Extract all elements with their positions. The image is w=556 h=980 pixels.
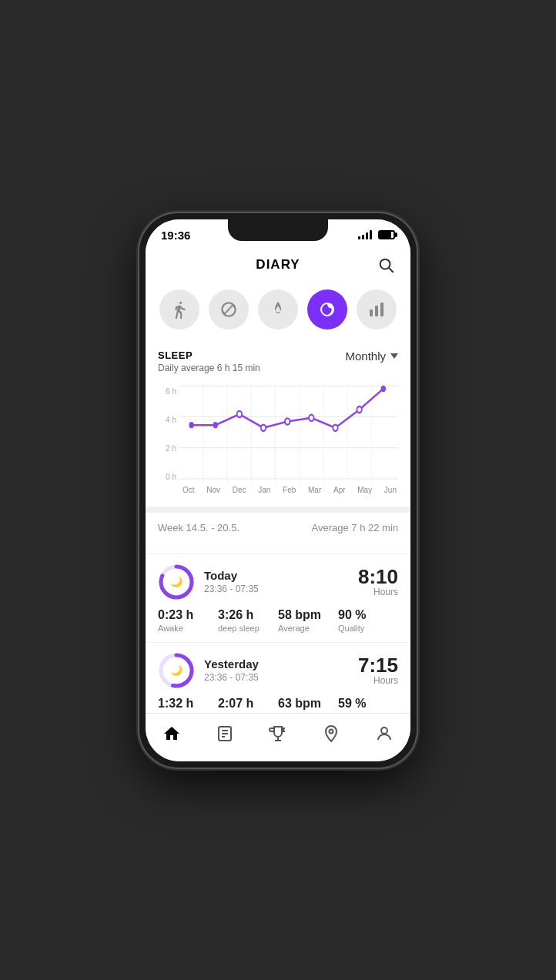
- sleep-chart: [179, 384, 398, 484]
- period-dropdown[interactable]: Monthly: [345, 350, 398, 363]
- location-icon: [322, 724, 340, 743]
- nav-location[interactable]: [313, 721, 350, 746]
- stat-deep-value-yesterday: 2:07 h: [218, 697, 278, 711]
- sleep-section: SLEEP Daily average 6 h 15 min Monthly 6…: [146, 339, 410, 507]
- sleep-title-area: SLEEP Daily average 6 h 15 min: [158, 350, 260, 373]
- status-bar: 19:36: [146, 219, 410, 246]
- svg-rect-5: [375, 306, 378, 316]
- entry-hours-label-today: Hours: [358, 587, 398, 597]
- stat-quality-value-yesterday: 59 %: [338, 697, 398, 711]
- status-time: 19:36: [161, 229, 190, 242]
- chart-y-label-4h: 4 h: [158, 416, 176, 424]
- trophy-icon: [269, 724, 287, 743]
- category-running[interactable]: [159, 289, 199, 329]
- phone-screen: 19:36 DIARY: [146, 219, 410, 761]
- week-header: Week 14.5. - 20.5. Average 7 h 22 min: [158, 522, 398, 533]
- chart-y-label-6h: 6 h: [158, 387, 176, 396]
- section-divider: [146, 507, 410, 513]
- sleep-entry-yesterday[interactable]: 🌙 Yesterday 23:36 - 07:35 7:15 Hours: [146, 642, 410, 713]
- chart-x-apr: Apr: [333, 486, 346, 494]
- stat-quality-yesterday: 59 % Quality: [338, 697, 398, 713]
- sleep-title: SLEEP: [158, 350, 260, 361]
- stat-bpm-yesterday: 63 bpm Average: [278, 697, 338, 713]
- svg-point-3: [331, 303, 333, 305]
- svg-point-2: [329, 305, 331, 307]
- diary-icon: [216, 724, 234, 743]
- svg-point-41: [329, 729, 333, 733]
- category-fire[interactable]: [258, 289, 298, 329]
- svg-line-1: [389, 268, 393, 272]
- entry-icon-area-today: 🌙 Today 23:36 - 07:35: [158, 564, 259, 600]
- stat-quality-value-today: 90 %: [338, 608, 398, 622]
- week-range: Week 14.5. - 20.5.: [158, 522, 239, 533]
- entry-name-yesterday: Yesterday 23:36 - 07:35: [204, 657, 259, 683]
- entry-time-today: 23:36 - 07:35: [204, 584, 259, 594]
- profile-icon: [375, 724, 394, 743]
- sleep-header: SLEEP Daily average 6 h 15 min Monthly: [158, 350, 398, 373]
- app-header: DIARY: [146, 246, 410, 283]
- chart-container: 6 h 4 h 2 h 0 h: [158, 381, 398, 500]
- svg-rect-4: [370, 309, 373, 316]
- stat-deep-today: 3:26 h deep sleep: [218, 608, 278, 633]
- svg-point-26: [357, 406, 361, 412]
- entry-hours-value-today: 8:10: [358, 567, 398, 587]
- chart-x-nov: Nov: [206, 486, 220, 494]
- stat-deep-value-today: 3:26 h: [218, 608, 278, 622]
- sleep-entry-today[interactable]: 🌙 Today 23:36 - 07:35 8:10 Hours: [146, 554, 410, 642]
- entry-top-yesterday: 🌙 Yesterday 23:36 - 07:35 7:15 Hours: [158, 652, 398, 689]
- chart-x-oct: Oct: [183, 486, 195, 494]
- week-header-section: Week 14.5. - 20.5. Average 7 h 22 min: [146, 513, 410, 554]
- category-sleep[interactable]: [307, 289, 347, 329]
- search-button[interactable]: [373, 253, 398, 277]
- home-icon: [162, 724, 181, 743]
- nav-achievements[interactable]: [260, 721, 296, 746]
- stat-deep-yesterday: 2:07 h deep sleep: [218, 697, 278, 713]
- entry-hours-today: 8:10 Hours: [358, 567, 398, 597]
- chart-x-jun: Jun: [384, 486, 397, 494]
- nav-profile[interactable]: [366, 721, 403, 746]
- stat-awake-today: 0:23 h Awake: [158, 608, 218, 633]
- stat-awake-value-yesterday: 1:32 h: [158, 697, 218, 711]
- stat-bpm-value-today: 58 bpm: [278, 608, 338, 622]
- entry-stats-yesterday: 1:32 h Awake 2:07 h deep sleep 63 bpm Av…: [158, 697, 398, 713]
- svg-point-19: [189, 422, 193, 428]
- entry-name-today: Today 23:36 - 07:35: [204, 569, 259, 594]
- category-cycling[interactable]: [209, 289, 249, 329]
- scroll-content[interactable]: SLEEP Daily average 6 h 15 min Monthly 6…: [146, 339, 410, 713]
- svg-point-21: [237, 410, 242, 416]
- stat-quality-label-today: Quality: [338, 624, 398, 633]
- entry-day-today: Today: [204, 569, 259, 582]
- entry-day-yesterday: Yesterday: [204, 657, 259, 671]
- stat-awake-value-today: 0:23 h: [158, 608, 218, 622]
- period-label: Monthly: [345, 350, 386, 363]
- svg-text:🌙: 🌙: [170, 664, 183, 677]
- svg-text:🌙: 🌙: [170, 575, 183, 588]
- chart-y-label-0h: 0 h: [158, 473, 176, 481]
- chart-x-feb: Feb: [283, 486, 296, 494]
- sleep-avg: Daily average 6 h 15 min: [158, 363, 260, 373]
- today-sleep-ring: 🌙: [158, 564, 195, 600]
- stat-bpm-label-today: Average: [278, 624, 338, 633]
- svg-point-22: [261, 424, 266, 430]
- entry-hours-value-yesterday: 7:15: [358, 655, 398, 675]
- chart-x-may: May: [357, 486, 372, 494]
- entry-hours-label-yesterday: Hours: [358, 675, 398, 686]
- entry-top-today: 🌙 Today 23:36 - 07:35 8:10 Hours: [158, 564, 398, 600]
- category-stats[interactable]: [357, 289, 397, 329]
- page-title: DIARY: [183, 257, 373, 273]
- stat-bpm-value-yesterday: 63 bpm: [278, 697, 338, 711]
- chart-x-mar: Mar: [308, 486, 321, 494]
- chart-x-labels: Oct Nov Dec Jan Feb Mar Apr May Jun: [158, 486, 398, 494]
- nav-home[interactable]: [153, 721, 190, 746]
- stat-bpm-today: 58 bpm Average: [278, 608, 338, 633]
- bottom-nav: [146, 713, 410, 761]
- stat-deep-label-today: deep sleep: [218, 624, 278, 633]
- nav-diary[interactable]: [206, 721, 243, 746]
- battery-icon: [378, 230, 395, 239]
- stat-awake-yesterday: 1:32 h Awake: [158, 697, 218, 713]
- entry-icon-area-yesterday: 🌙 Yesterday 23:36 - 07:35: [158, 652, 259, 689]
- yesterday-sleep-ring: 🌙: [158, 652, 195, 689]
- stat-quality-today: 90 % Quality: [338, 608, 398, 633]
- svg-point-24: [309, 414, 313, 420]
- svg-point-25: [333, 424, 337, 430]
